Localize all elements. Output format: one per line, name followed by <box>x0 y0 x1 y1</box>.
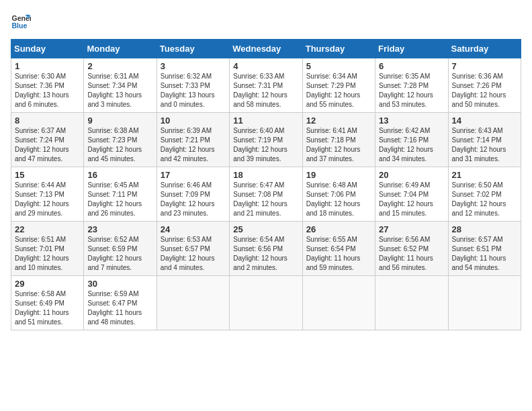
calendar-week-5: 29Sunrise: 6:58 AMSunset: 6:49 PMDayligh… <box>11 276 521 330</box>
day-info: Sunrise: 6:48 AMSunset: 7:06 PMDaylight:… <box>306 181 361 217</box>
calendar-cell: 8Sunrise: 6:37 AMSunset: 7:24 PMDaylight… <box>11 113 84 167</box>
calendar-cell: 29Sunrise: 6:58 AMSunset: 6:49 PMDayligh… <box>11 276 84 330</box>
day-number: 7 <box>452 61 517 71</box>
calendar-cell: 19Sunrise: 6:48 AMSunset: 7:06 PMDayligh… <box>302 167 375 222</box>
day-info: Sunrise: 6:59 AMSunset: 6:47 PMDaylight:… <box>87 290 142 326</box>
calendar-cell: 12Sunrise: 6:41 AMSunset: 7:18 PMDayligh… <box>302 113 375 167</box>
day-info: Sunrise: 6:49 AMSunset: 7:04 PMDaylight:… <box>379 181 433 217</box>
calendar-week-4: 22Sunrise: 6:51 AMSunset: 7:01 PMDayligh… <box>11 222 521 276</box>
calendar-cell <box>375 276 448 330</box>
day-number: 30 <box>87 279 152 289</box>
day-number: 27 <box>379 224 444 234</box>
day-number: 28 <box>452 224 517 234</box>
calendar-cell: 2Sunrise: 6:31 AMSunset: 7:34 PMDaylight… <box>84 58 157 113</box>
day-info: Sunrise: 6:46 AMSunset: 7:09 PMDaylight:… <box>161 181 215 217</box>
day-number: 14 <box>452 116 517 126</box>
day-number: 26 <box>306 224 371 234</box>
day-info: Sunrise: 6:43 AMSunset: 7:14 PMDaylight:… <box>452 127 506 163</box>
day-info: Sunrise: 6:32 AMSunset: 7:33 PMDaylight:… <box>161 73 215 108</box>
day-info: Sunrise: 6:56 AMSunset: 6:52 PMDaylight:… <box>379 236 433 271</box>
day-number: 17 <box>161 170 226 180</box>
day-info: Sunrise: 6:51 AMSunset: 7:01 PMDaylight:… <box>15 236 69 271</box>
day-number: 11 <box>233 116 298 126</box>
weekday-header-monday: Monday <box>84 40 157 58</box>
day-info: Sunrise: 6:40 AMSunset: 7:19 PMDaylight:… <box>233 127 287 163</box>
logo: General Blue <box>11 11 34 31</box>
calendar-cell: 6Sunrise: 6:35 AMSunset: 7:28 PMDaylight… <box>375 58 448 113</box>
calendar-cell: 23Sunrise: 6:52 AMSunset: 6:59 PMDayligh… <box>84 222 157 276</box>
calendar-cell: 27Sunrise: 6:56 AMSunset: 6:52 PMDayligh… <box>375 222 448 276</box>
day-info: Sunrise: 6:35 AMSunset: 7:28 PMDaylight:… <box>379 73 433 108</box>
calendar-cell: 11Sunrise: 6:40 AMSunset: 7:19 PMDayligh… <box>230 113 302 167</box>
day-info: Sunrise: 6:45 AMSunset: 7:11 PMDaylight:… <box>87 181 142 217</box>
calendar-cell: 4Sunrise: 6:33 AMSunset: 7:31 PMDaylight… <box>230 58 302 113</box>
day-info: Sunrise: 6:41 AMSunset: 7:18 PMDaylight:… <box>306 127 361 163</box>
day-number: 3 <box>161 61 226 71</box>
day-number: 24 <box>161 224 226 234</box>
weekday-header-thursday: Thursday <box>302 40 375 58</box>
day-info: Sunrise: 6:55 AMSunset: 6:54 PMDaylight:… <box>306 236 361 271</box>
calendar-cell: 24Sunrise: 6:53 AMSunset: 6:57 PMDayligh… <box>157 222 229 276</box>
day-number: 19 <box>306 170 371 180</box>
calendar-cell: 13Sunrise: 6:42 AMSunset: 7:16 PMDayligh… <box>375 113 448 167</box>
day-number: 6 <box>379 61 444 71</box>
day-info: Sunrise: 6:33 AMSunset: 7:31 PMDaylight:… <box>233 73 287 108</box>
calendar-cell: 7Sunrise: 6:36 AMSunset: 7:26 PMDaylight… <box>448 58 521 113</box>
calendar-header-row: SundayMondayTuesdayWednesdayThursdayFrid… <box>11 40 521 58</box>
weekday-header-friday: Friday <box>375 40 448 58</box>
day-number: 8 <box>15 116 80 126</box>
calendar-cell: 28Sunrise: 6:57 AMSunset: 6:51 PMDayligh… <box>448 222 521 276</box>
day-number: 22 <box>15 224 80 234</box>
day-number: 29 <box>15 279 80 289</box>
day-info: Sunrise: 6:30 AMSunset: 7:36 PMDaylight:… <box>15 73 69 108</box>
weekday-header-saturday: Saturday <box>448 40 521 58</box>
day-info: Sunrise: 6:52 AMSunset: 6:59 PMDaylight:… <box>87 236 142 271</box>
day-number: 13 <box>379 116 444 126</box>
calendar-week-3: 15Sunrise: 6:44 AMSunset: 7:13 PMDayligh… <box>11 167 521 222</box>
day-number: 23 <box>87 224 152 234</box>
weekday-header-sunday: Sunday <box>11 40 84 58</box>
day-info: Sunrise: 6:53 AMSunset: 6:57 PMDaylight:… <box>161 236 215 271</box>
day-number: 16 <box>87 170 152 180</box>
calendar-week-2: 8Sunrise: 6:37 AMSunset: 7:24 PMDaylight… <box>11 113 521 167</box>
page-header: General Blue <box>11 11 521 31</box>
day-number: 1 <box>15 61 80 71</box>
calendar-cell: 21Sunrise: 6:50 AMSunset: 7:02 PMDayligh… <box>448 167 521 222</box>
day-number: 4 <box>233 61 298 71</box>
calendar-cell: 14Sunrise: 6:43 AMSunset: 7:14 PMDayligh… <box>448 113 521 167</box>
day-info: Sunrise: 6:57 AMSunset: 6:51 PMDaylight:… <box>452 236 506 271</box>
day-number: 18 <box>233 170 298 180</box>
calendar-week-1: 1Sunrise: 6:30 AMSunset: 7:36 PMDaylight… <box>11 58 521 113</box>
calendar-cell: 18Sunrise: 6:47 AMSunset: 7:08 PMDayligh… <box>230 167 302 222</box>
day-number: 2 <box>87 61 152 71</box>
day-number: 15 <box>15 170 80 180</box>
day-number: 10 <box>161 116 226 126</box>
day-info: Sunrise: 6:54 AMSunset: 6:56 PMDaylight:… <box>233 236 287 271</box>
day-info: Sunrise: 6:37 AMSunset: 7:24 PMDaylight:… <box>15 127 69 163</box>
day-number: 25 <box>233 224 298 234</box>
day-info: Sunrise: 6:31 AMSunset: 7:34 PMDaylight:… <box>87 73 142 108</box>
calendar-cell: 26Sunrise: 6:55 AMSunset: 6:54 PMDayligh… <box>302 222 375 276</box>
svg-text:Blue: Blue <box>12 21 28 30</box>
day-number: 20 <box>379 170 444 180</box>
calendar-cell: 5Sunrise: 6:34 AMSunset: 7:29 PMDaylight… <box>302 58 375 113</box>
logo-icon: General Blue <box>11 11 31 31</box>
calendar-cell <box>230 276 302 330</box>
day-info: Sunrise: 6:38 AMSunset: 7:23 PMDaylight:… <box>87 127 142 163</box>
calendar-cell: 15Sunrise: 6:44 AMSunset: 7:13 PMDayligh… <box>11 167 84 222</box>
calendar-cell: 16Sunrise: 6:45 AMSunset: 7:11 PMDayligh… <box>84 167 157 222</box>
day-info: Sunrise: 6:39 AMSunset: 7:21 PMDaylight:… <box>161 127 215 163</box>
calendar-cell: 3Sunrise: 6:32 AMSunset: 7:33 PMDaylight… <box>157 58 229 113</box>
calendar-table: SundayMondayTuesdayWednesdayThursdayFrid… <box>11 39 521 330</box>
calendar-cell: 1Sunrise: 6:30 AMSunset: 7:36 PMDaylight… <box>11 58 84 113</box>
day-number: 5 <box>306 61 371 71</box>
weekday-header-tuesday: Tuesday <box>157 40 229 58</box>
calendar-cell <box>448 276 521 330</box>
day-info: Sunrise: 6:36 AMSunset: 7:26 PMDaylight:… <box>452 73 506 108</box>
calendar-cell: 17Sunrise: 6:46 AMSunset: 7:09 PMDayligh… <box>157 167 229 222</box>
day-info: Sunrise: 6:47 AMSunset: 7:08 PMDaylight:… <box>233 181 287 217</box>
calendar-cell: 20Sunrise: 6:49 AMSunset: 7:04 PMDayligh… <box>375 167 448 222</box>
weekday-header-wednesday: Wednesday <box>230 40 302 58</box>
day-info: Sunrise: 6:50 AMSunset: 7:02 PMDaylight:… <box>452 181 506 217</box>
day-number: 12 <box>306 116 371 126</box>
